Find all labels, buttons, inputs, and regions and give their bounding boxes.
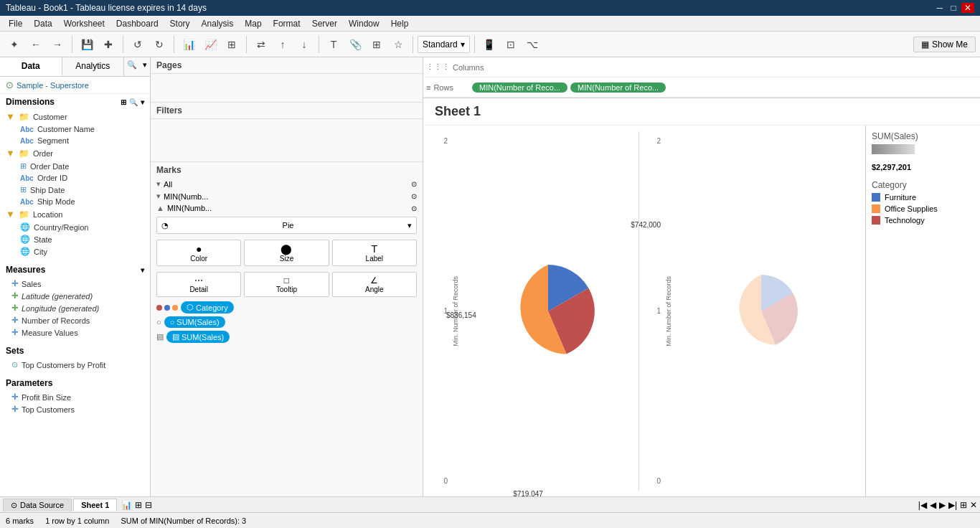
menu-worksheet[interactable]: Worksheet	[58, 17, 110, 30]
marks-all-row[interactable]: ▾ All ⊙	[151, 178, 423, 190]
dimensions-header[interactable]: Dimensions ⊞ 🔍 ▾	[0, 94, 150, 110]
marks-min1-row[interactable]: ▾ MIN(Numb... ⊙	[151, 190, 423, 202]
tab-data-source[interactable]: ⊙ Data Source	[3, 499, 72, 512]
menu-help[interactable]: Help	[385, 17, 415, 30]
parameters-header[interactable]: Parameters	[0, 375, 150, 391]
grid-icon[interactable]: ⊞	[121, 98, 126, 106]
toolbar-clip[interactable]: 📎	[345, 34, 365, 55]
add-sheet3-icon[interactable]: ⊟	[145, 500, 152, 510]
dim-state[interactable]: 🌐 State	[0, 233, 150, 245]
menu-server[interactable]: Server	[306, 17, 343, 30]
tab-close-icon[interactable]: ✕	[970, 500, 977, 510]
panel-menu-icon[interactable]: ▾	[140, 57, 150, 76]
toolbar-text[interactable]: T	[324, 34, 344, 55]
show-me-button[interactable]: ▦ Show Me	[913, 37, 976, 52]
rows-pill2[interactable]: MIN(Number of Reco...	[570, 82, 666, 93]
tab-last-icon[interactable]: ▶|	[948, 500, 957, 510]
tab-prev-icon[interactable]: ◀	[930, 500, 936, 510]
group-order[interactable]: ▼ 📁 Order	[0, 146, 150, 160]
marks-color-btn[interactable]: ● Color	[156, 240, 241, 266]
meas-num-records[interactable]: ✛ Number of Records	[0, 314, 150, 326]
sets-header[interactable]: Sets	[0, 343, 150, 359]
pill-sum-sales1[interactable]: ○ SUM(Sales)	[164, 316, 225, 328]
dim-city[interactable]: 🌐 City	[0, 245, 150, 258]
param-profit-bin[interactable]: ✛ Profit Bin Size	[0, 391, 150, 403]
toolbar-share[interactable]: ⌥	[522, 34, 542, 55]
menu-dashboard[interactable]: Dashboard	[110, 17, 164, 30]
group-customer[interactable]: ▼ 📁 Customer	[0, 110, 150, 123]
toolbar-save[interactable]: 💾	[77, 34, 97, 55]
add-sheet-icon[interactable]: 📊	[121, 500, 132, 510]
search-icon[interactable]: 🔍	[124, 57, 140, 76]
toolbar-sort-asc[interactable]: ↑	[273, 34, 293, 55]
tab-analytics[interactable]: Analytics	[62, 57, 125, 76]
marks-tooltip-btn[interactable]: □ Tooltip	[244, 272, 329, 297]
dim-customer-name[interactable]: Abc Customer Name	[0, 123, 150, 135]
meas-longitude[interactable]: ✛ Longitude (generated)	[0, 302, 150, 314]
close-btn[interactable]: ✕	[961, 3, 974, 13]
marks-detail-btn[interactable]: ⋯ Detail	[156, 272, 241, 297]
toolbar-swap[interactable]: ⇄	[251, 34, 271, 55]
dim-ship-mode[interactable]: Abc Ship Mode	[0, 196, 150, 207]
toolbar-undo[interactable]: ↺	[128, 34, 148, 55]
toolbar-bar-chart[interactable]: 📊	[179, 34, 199, 55]
add-sheet2-icon[interactable]: ⊞	[135, 500, 142, 510]
measures-header[interactable]: Measures ▾	[0, 262, 150, 278]
marks-type-dropdown[interactable]: ◔ Pie ▾	[156, 217, 417, 234]
pill-category[interactable]: ⬡ Category	[181, 301, 234, 314]
marks-size-btn[interactable]: ⬤ Size	[244, 240, 329, 266]
meas-latitude[interactable]: ✛ Latitude (generated)	[0, 290, 150, 302]
menu-data[interactable]: Data	[28, 17, 57, 30]
dimensions-icons: ⊞ 🔍 ▾	[121, 98, 144, 106]
toolbar-label2[interactable]: ⊞	[367, 34, 387, 55]
rows-pill1[interactable]: MIN(Number of Reco...	[472, 82, 567, 93]
menu-format[interactable]: Format	[268, 17, 306, 30]
toolbar-sort-desc[interactable]: ↓	[294, 34, 314, 55]
marks-min2-row[interactable]: ▲ MIN(Numb... ⊙	[151, 202, 423, 214]
menu-analysis[interactable]: Analysis	[196, 17, 240, 30]
menu-window[interactable]: Window	[343, 17, 385, 30]
marks-label-btn[interactable]: T Label	[332, 240, 417, 266]
dim-order-date[interactable]: ⊞ Order Date	[0, 160, 150, 172]
group-location[interactable]: ▼ 📁 Location	[0, 207, 150, 221]
toolbar-crosshair[interactable]: ✦	[4, 34, 24, 55]
tab-next-icon[interactable]: ▶	[939, 500, 946, 510]
tab-grid-icon[interactable]: ⊞	[960, 500, 967, 510]
pie-chart-svg	[498, 261, 598, 362]
toolbar-star[interactable]: ☆	[388, 34, 408, 55]
meas-sales[interactable]: ✛ Sales	[0, 278, 150, 290]
param-top-customers[interactable]: ✛ Top Customers	[0, 403, 150, 415]
dim-segment[interactable]: Abc Segment	[0, 135, 150, 146]
minimize-btn[interactable]: ─	[934, 3, 946, 13]
legend-category: Category Furniture Office Supplies Techn…	[872, 180, 974, 225]
toolbar-chart3[interactable]: ⊞	[222, 34, 242, 55]
dim-country[interactable]: 🌐 Country/Region	[0, 221, 150, 233]
marks-pill-sum-sales1: ○ ○ SUM(Sales)	[151, 315, 423, 329]
menu-story[interactable]: Story	[164, 17, 196, 30]
pill-sum-sales2[interactable]: ▤ SUM(Sales)	[166, 331, 230, 343]
toolbar-forward[interactable]: →	[47, 34, 67, 55]
dim-menu-icon[interactable]: ▾	[141, 98, 144, 106]
middle-panel: Pages Filters Marks ▾ All ⊙ ▾ MIN(Numb..…	[151, 57, 423, 496]
meas-measure-values[interactable]: ✛ Measure Values	[0, 326, 150, 339]
data-source-label[interactable]: ⊙ Sample - Superstore	[0, 77, 150, 94]
menu-file[interactable]: File	[3, 17, 28, 30]
dim-ship-date[interactable]: ⊞ Ship Date	[0, 184, 150, 196]
marks-angle-btn[interactable]: ∠ Angle	[332, 272, 417, 297]
set-top-customers[interactable]: ⊙ Top Customers by Profit	[0, 359, 150, 371]
menu-map[interactable]: Map	[239, 17, 267, 30]
measures-menu-icon[interactable]: ▾	[141, 266, 144, 274]
toolbar-add[interactable]: ✚	[98, 34, 118, 55]
tab-data[interactable]: Data	[0, 57, 62, 76]
toolbar-device[interactable]: 📱	[479, 34, 499, 55]
toolbar-redo[interactable]: ↻	[149, 34, 169, 55]
toolbar-present[interactable]: ⊡	[501, 34, 521, 55]
toolbar-back[interactable]: ←	[26, 34, 46, 55]
toolbar-chart2[interactable]: 📈	[200, 34, 220, 55]
tab-sheet1[interactable]: Sheet 1	[73, 499, 117, 511]
maximize-btn[interactable]: □	[948, 3, 958, 13]
toolbar-standard-dropdown[interactable]: Standard ▾	[418, 36, 470, 53]
search-dim-icon[interactable]: 🔍	[129, 98, 138, 106]
tab-first-icon[interactable]: |◀	[918, 500, 927, 510]
dim-order-id[interactable]: Abc Order ID	[0, 172, 150, 184]
